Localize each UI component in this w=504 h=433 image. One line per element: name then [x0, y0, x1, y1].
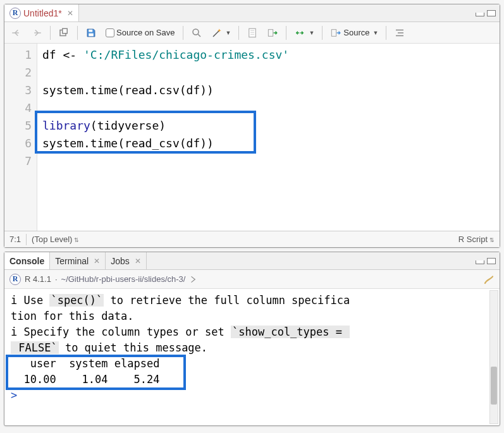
- console-header: R R 4.1.1 · ~/GitHub/r-pbi-users-ii/slid…: [4, 270, 500, 289]
- line-number: 4: [7, 99, 32, 117]
- close-tab-icon[interactable]: ✕: [94, 257, 100, 265]
- source-button-label: Source: [343, 28, 369, 37]
- code-text: system.time(read.csv(df)): [42, 83, 214, 97]
- back-button[interactable]: [8, 26, 25, 40]
- editor-pane: R Untitled1* ✕ Source on Save: [4, 4, 500, 248]
- line-number: 3: [7, 82, 32, 99]
- editor-toolbar: Source on Save ▼ ▼ Source ▼: [4, 22, 500, 44]
- code-text: (tidyverse): [90, 119, 166, 132]
- line-number: 1: [7, 46, 32, 64]
- svg-rect-3: [89, 33, 94, 36]
- code-string: 'C:/RFiles/chicago-crimes.csv': [83, 48, 289, 61]
- popout-icon: [58, 27, 70, 39]
- svg-rect-6: [269, 29, 274, 36]
- minimize-pane-icon[interactable]: [476, 13, 484, 16]
- source-on-save-label: Source on Save: [116, 28, 175, 37]
- line-number: 2: [7, 64, 32, 82]
- console-pane: Console Terminal ✕ Jobs ✕ R R 4.1.1 · ~/…: [4, 252, 500, 426]
- code-tools-button[interactable]: ▼: [209, 26, 234, 40]
- scrollbar[interactable]: [489, 290, 498, 424]
- code-text: df <-: [42, 48, 83, 61]
- code-body[interactable]: df <- 'C:/RFiles/chicago-crimes.csv' sys…: [37, 44, 500, 231]
- line-number: 7: [7, 152, 32, 170]
- editor-statusbar: 7:1 (Top Level)⇅ R Script⇅: [4, 231, 500, 247]
- console-text: user system elapsed: [11, 357, 166, 370]
- line-number: 5: [7, 117, 32, 135]
- code-keyword: library: [42, 119, 90, 132]
- console-text: i Use: [11, 294, 49, 307]
- console-prompt: >: [11, 389, 17, 401]
- chevron-down-icon: ▼: [309, 30, 314, 36]
- svg-rect-1: [63, 28, 68, 34]
- svg-rect-2: [89, 29, 92, 32]
- svg-rect-5: [249, 28, 256, 37]
- language-selector[interactable]: R Script⇅: [458, 235, 495, 244]
- rerun-icon: [294, 27, 305, 39]
- cursor-position: 7:1: [9, 235, 21, 244]
- file-tab-label: Untitled1*: [23, 8, 62, 18]
- tab-terminal[interactable]: Terminal ✕: [50, 252, 106, 269]
- arrow-right-icon: [31, 27, 42, 39]
- notebook-icon: [247, 27, 258, 39]
- tab-jobs-label: Jobs: [111, 256, 130, 266]
- console-code: `show_col_types =: [231, 326, 350, 338]
- console-output[interactable]: i Use `spec()` to retrieve the full colu…: [4, 289, 500, 425]
- r-file-icon: R: [9, 8, 21, 19]
- updown-icon: ⇅: [74, 237, 79, 243]
- working-dir[interactable]: ~/GitHub/r-pbi-users-ii/slides/ch-3/: [61, 274, 186, 284]
- tab-terminal-label: Terminal: [55, 256, 89, 266]
- maximize-pane-icon[interactable]: [487, 10, 496, 16]
- find-button[interactable]: [188, 26, 205, 40]
- console-text: i Specify the column types or set: [11, 326, 231, 338]
- console-tabs: Console Terminal ✕ Jobs ✕: [4, 252, 500, 270]
- console-text: to quiet this message.: [59, 341, 207, 354]
- checkbox-icon: [106, 28, 114, 37]
- chevron-down-icon: ▼: [226, 30, 231, 36]
- minimize-pane-icon[interactable]: [476, 260, 484, 264]
- close-tab-icon[interactable]: ✕: [67, 9, 73, 18]
- run-icon: [267, 27, 278, 39]
- scope-selector[interactable]: (Top Level)⇅: [32, 235, 79, 244]
- source-button[interactable]: Source ▼: [328, 26, 381, 40]
- line-number: 6: [7, 135, 32, 152]
- show-in-new-window-button[interactable]: [56, 26, 72, 40]
- console-code: FALSE`: [11, 341, 59, 354]
- svg-point-4: [193, 29, 199, 35]
- r-version-label: R 4.1.1: [25, 274, 51, 284]
- forward-button[interactable]: [28, 26, 45, 40]
- rerun-button[interactable]: ▼: [292, 26, 317, 40]
- wand-icon: [211, 27, 223, 39]
- separator-dot: ·: [55, 274, 58, 284]
- goto-dir-icon[interactable]: [189, 275, 198, 284]
- line-gutter: 1 2 3 4 5 6 7: [4, 44, 37, 231]
- compile-report-button[interactable]: [244, 26, 261, 40]
- scroll-thumb[interactable]: [491, 367, 497, 405]
- code-editor[interactable]: 1 2 3 4 5 6 7 df <- 'C:/RFiles/chicago-c…: [4, 44, 500, 231]
- source-icon: [330, 27, 341, 39]
- close-tab-icon[interactable]: ✕: [135, 257, 141, 265]
- tab-jobs[interactable]: Jobs ✕: [106, 252, 147, 269]
- save-icon: [85, 27, 97, 39]
- r-logo-icon: R: [9, 274, 21, 285]
- console-text: to retrieve the full column specifica: [104, 294, 350, 307]
- chevron-down-icon: ▼: [373, 30, 379, 36]
- source-on-save-checkbox[interactable]: Source on Save: [103, 27, 178, 39]
- editor-tabs: R Untitled1* ✕: [4, 4, 500, 22]
- tab-console-label: Console: [9, 256, 44, 266]
- tab-console[interactable]: Console: [4, 252, 50, 269]
- updown-icon: ⇅: [489, 237, 495, 243]
- console-text: 10.00 1.04 5.24: [11, 373, 166, 386]
- outline-button[interactable]: [391, 26, 408, 40]
- clear-console-icon[interactable]: [483, 274, 495, 285]
- file-tab[interactable]: R Untitled1* ✕: [4, 4, 79, 21]
- outline-icon: [394, 27, 405, 39]
- svg-rect-7: [332, 29, 337, 36]
- console-text: tion for this data.: [11, 310, 133, 322]
- search-icon: [191, 27, 202, 39]
- console-code: `spec()`: [49, 294, 104, 307]
- code-text: system.time(read_csv(df)): [42, 137, 214, 150]
- arrow-left-icon: [11, 27, 22, 39]
- maximize-pane-icon[interactable]: [487, 258, 496, 264]
- run-button[interactable]: [264, 26, 281, 40]
- save-button[interactable]: [83, 26, 99, 40]
